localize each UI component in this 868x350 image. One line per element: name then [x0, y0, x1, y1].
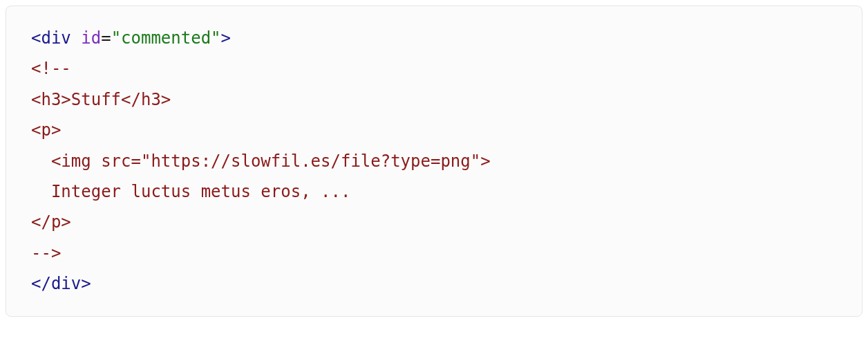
code-block: <div id="commented"> <!-- <h3>Stuff</h3>… [6, 6, 862, 317]
comment-close: --> [31, 243, 61, 263]
comment-open: <!-- [31, 59, 71, 78]
space [71, 28, 81, 48]
tag-name-div: div [41, 28, 70, 48]
code-line-1: <div id="commented"> [31, 28, 231, 48]
tag-close-bracket: > [221, 28, 231, 48]
comment-line-text: Integer luctus metus eros, ... [31, 182, 350, 201]
attr-name-id: id [81, 28, 101, 48]
comment-line-p-close: </p> [31, 212, 71, 232]
attr-value-commented: "commented" [111, 28, 221, 48]
tag-close-bracket: > [81, 274, 91, 293]
code-line-9: </div> [31, 274, 91, 293]
tag-name-div-close: div [51, 274, 81, 293]
comment-line-h3: <h3>Stuff</h3> [31, 90, 171, 109]
comment-line-p-open: <p> [31, 120, 61, 140]
tag-open-bracket: < [31, 28, 41, 48]
comment-line-img: <img src="https://slowfil.es/file?type=p… [31, 151, 491, 171]
tag-open-bracket: </ [31, 274, 51, 293]
attr-equals: = [101, 28, 111, 48]
